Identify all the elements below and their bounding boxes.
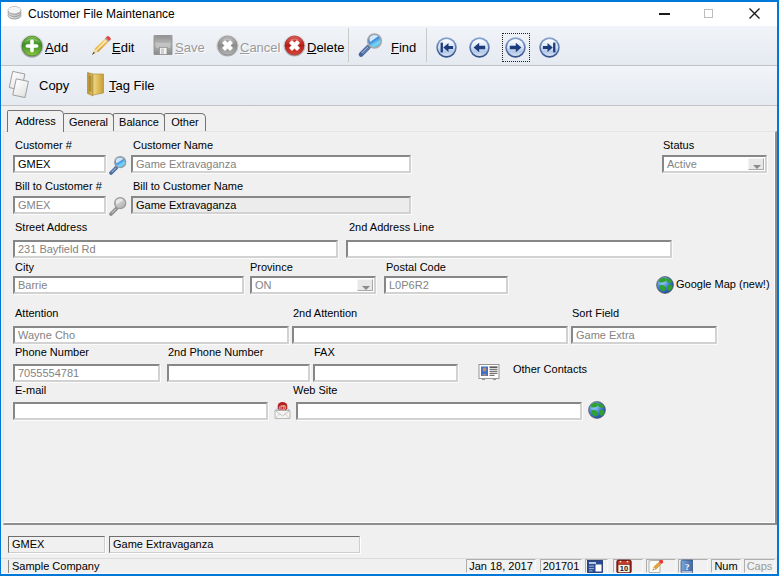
svg-text:?: ?: [685, 562, 690, 572]
svg-text:10: 10: [620, 564, 628, 573]
